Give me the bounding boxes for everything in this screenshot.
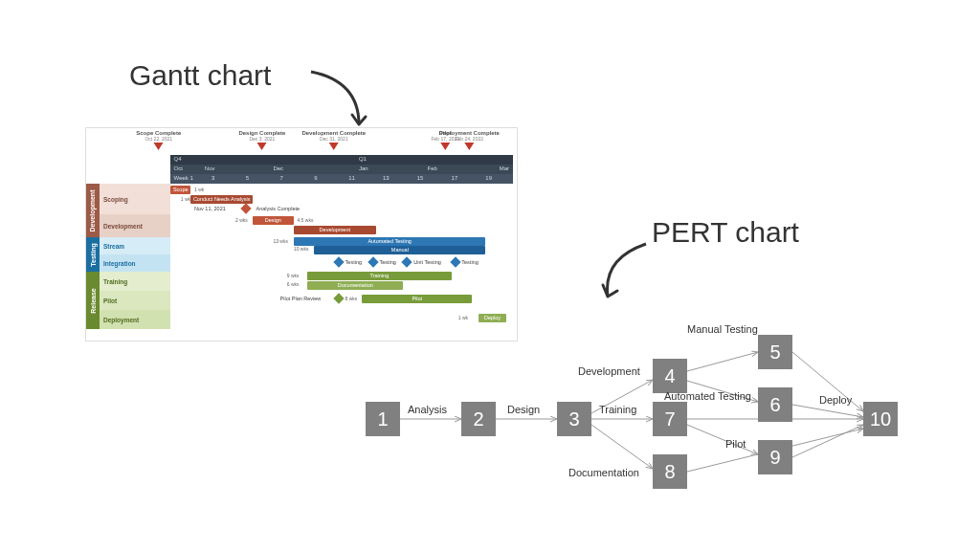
gantt-row-scoping: Scoping bbox=[100, 184, 170, 214]
pert-edge-label: Deploy bbox=[819, 394, 852, 406]
category-label: Release bbox=[90, 288, 97, 313]
gantt-diamond-label: Pilot Plan Review bbox=[280, 296, 322, 301]
pert-edge-label: Training bbox=[599, 404, 636, 415]
milestone-marker-icon bbox=[154, 143, 164, 150]
gantt-duration: 10 wks bbox=[294, 246, 309, 252]
pert-node-2: 2 bbox=[461, 402, 496, 436]
gantt-duration: 1 wk bbox=[194, 187, 204, 192]
gantt-bar: Development bbox=[294, 226, 376, 234]
quarter-label: Q4 bbox=[174, 156, 182, 162]
gantt-diamond-label: Unit Testing bbox=[413, 259, 441, 265]
milestone-marker-icon bbox=[329, 143, 339, 150]
gantt-bar: Documentation bbox=[307, 281, 403, 290]
week-label: 7 bbox=[280, 175, 283, 181]
diamond-icon bbox=[241, 203, 252, 213]
pert-title: PERT chart bbox=[652, 216, 799, 249]
pert-node-8: 8 bbox=[653, 454, 687, 489]
pert-edge-label: Manual Testing bbox=[687, 323, 758, 335]
pert-edge-label: Pilot bbox=[725, 438, 746, 450]
pert-edges bbox=[366, 335, 921, 507]
gantt-category-release: Release bbox=[86, 272, 100, 329]
gantt-duration: 1 wk bbox=[458, 315, 468, 320]
gantt-bar: Pilot bbox=[362, 295, 472, 303]
gantt-lane-scoping: Scope 1 wk 1 wk Conduct Needs Analysis N… bbox=[170, 184, 513, 214]
gantt-category-development: Development bbox=[86, 184, 100, 237]
diamond-icon bbox=[402, 256, 412, 267]
svg-line-12 bbox=[792, 425, 863, 457]
quarter-label: Q1 bbox=[359, 156, 367, 162]
month-label: Dec bbox=[273, 165, 283, 171]
week-label: 9 bbox=[314, 175, 317, 181]
gantt-diamond-label: Testing bbox=[345, 259, 362, 265]
week-label: 11 bbox=[348, 175, 355, 181]
gantt-bar: Design bbox=[253, 216, 294, 225]
milestone-marker-icon bbox=[257, 143, 267, 150]
gantt-lane-integration: Testing Testing Unit Testing Testing bbox=[170, 254, 513, 272]
diamond-icon bbox=[368, 256, 378, 267]
week-label: 3 bbox=[212, 175, 214, 181]
gantt-row-deployment: Deployment bbox=[100, 310, 170, 329]
week-label: 5 bbox=[246, 175, 249, 181]
gantt-lane-training: 9 wks Training 6 wks Documentation bbox=[170, 272, 513, 291]
milestone-date: Feb 24, 2022 bbox=[439, 136, 500, 142]
gantt-chart: Scope CompleteOct 22, 2021 Design Comple… bbox=[85, 127, 518, 342]
gantt-duration: 2 wks bbox=[235, 217, 248, 223]
month-label: Oct bbox=[174, 165, 183, 171]
gantt-category-testing: Testing bbox=[86, 237, 100, 272]
month-label: Nov bbox=[205, 165, 215, 171]
milestone-marker-icon bbox=[464, 143, 474, 150]
gantt-week-row: Week 1 3 5 7 9 11 13 15 17 19 bbox=[170, 174, 513, 184]
category-label: Testing bbox=[90, 243, 97, 266]
gantt-diamond-date: Nov 11, 2021 bbox=[194, 206, 226, 211]
gantt-duration: 8 wks bbox=[345, 296, 358, 301]
pert-node-5: 5 bbox=[758, 335, 792, 369]
pert-node-4: 4 bbox=[653, 359, 687, 393]
svg-line-5 bbox=[687, 352, 758, 371]
diamond-icon bbox=[333, 293, 344, 303]
pert-edge-label: Documentation bbox=[568, 467, 639, 478]
pert-node-10: 10 bbox=[863, 402, 898, 436]
pert-edge-label: Analysis bbox=[408, 404, 447, 415]
gantt-lane-development: 2 wks Design 4.5 wks Development bbox=[170, 214, 513, 237]
gantt-diamond-label: Testing bbox=[379, 259, 395, 265]
pert-chart: 1 2 3 4 5 6 7 8 9 10 Analysis Design Dev… bbox=[366, 335, 921, 507]
pert-node-3: 3 bbox=[557, 402, 591, 436]
gantt-row-development: Development bbox=[100, 214, 170, 237]
gantt-bar: Deploy bbox=[479, 314, 506, 322]
week-label: 17 bbox=[452, 175, 458, 181]
pert-edge-label: Design bbox=[507, 404, 540, 415]
month-label: Feb bbox=[428, 165, 437, 171]
gantt-duration: 6 wks bbox=[287, 281, 300, 287]
gantt-duration: 1 wk bbox=[181, 196, 190, 202]
milestone-date: Dec 31, 2021 bbox=[301, 136, 366, 142]
gantt-lane-pilot: Pilot Plan Review 8 wks Pilot bbox=[170, 291, 513, 310]
gantt-bar: Manual bbox=[314, 246, 485, 254]
pert-node-6: 6 bbox=[758, 387, 792, 422]
category-label: Development bbox=[90, 189, 97, 231]
diamond-icon bbox=[450, 256, 460, 267]
gantt-row-stream: Stream bbox=[100, 237, 170, 254]
month-label: Mar bbox=[500, 165, 509, 171]
gantt-milestone-row: Scope CompleteOct 22, 2021 Design Comple… bbox=[115, 130, 513, 155]
week-label: 13 bbox=[383, 175, 390, 181]
gantt-title: Gantt chart bbox=[129, 59, 271, 92]
gantt-row-training: Training bbox=[100, 272, 170, 291]
week-label: 19 bbox=[485, 175, 492, 181]
gantt-diamond-label: Analysis Complete bbox=[256, 206, 301, 211]
gantt-lane-stream: 13 wks Automated Testing 10 wks Manual bbox=[170, 237, 513, 254]
gantt-quarter-row: Q4 Q1 bbox=[170, 155, 513, 165]
gantt-bar: Automated Testing bbox=[294, 237, 485, 246]
month-label: Jan bbox=[359, 165, 368, 171]
pert-edge-label: Development bbox=[578, 365, 640, 377]
gantt-duration: 4.5 wks bbox=[297, 217, 313, 223]
svg-line-4 bbox=[591, 425, 653, 469]
milestone-date: Dec 3, 2021 bbox=[238, 136, 285, 142]
week-label: Week 1 bbox=[174, 175, 193, 181]
gantt-diamond-label: Testing bbox=[461, 259, 478, 265]
gantt-lane-deployment: 1 wk Deploy bbox=[170, 310, 513, 329]
pert-node-7: 7 bbox=[653, 402, 687, 436]
gantt-month-row: Oct Nov Dec Jan Feb Mar bbox=[170, 165, 513, 174]
week-label: 15 bbox=[417, 175, 424, 181]
arrow-to-pert bbox=[593, 239, 670, 316]
gantt-bar: Training bbox=[307, 272, 451, 280]
